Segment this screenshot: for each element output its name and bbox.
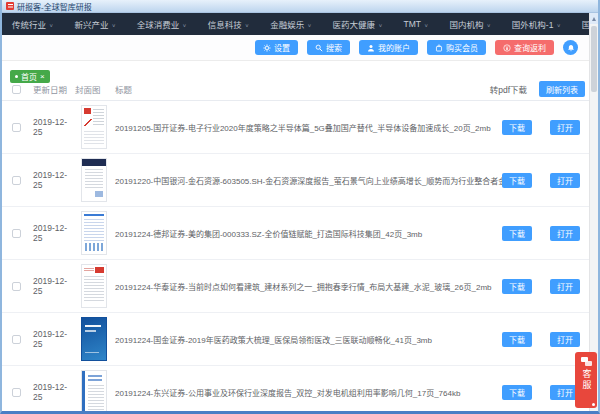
- download-button[interactable]: 下载: [502, 120, 532, 135]
- settings-label: 设置: [274, 42, 290, 53]
- row-checkbox[interactable]: [12, 388, 21, 397]
- tab-home-label: 首页: [21, 71, 37, 82]
- nav-item-label: TMT: [404, 19, 421, 29]
- nav-item-label: 新兴产业: [74, 18, 108, 30]
- nav-item-4[interactable]: 金融娱乐: [270, 18, 311, 30]
- row-checkbox[interactable]: [12, 335, 21, 344]
- row-actions: 下载 打开: [502, 279, 580, 294]
- row-actions: 下载 打开: [502, 385, 580, 400]
- header-title: 标题: [115, 83, 490, 95]
- select-all-checkbox[interactable]: [12, 85, 21, 94]
- chevron-down-icon: [486, 21, 490, 27]
- download-button[interactable]: 下载: [502, 385, 532, 400]
- nav-item-label: 信息科技: [208, 18, 242, 30]
- customer-service-button[interactable]: 客服: [575, 352, 597, 408]
- gear-icon: [263, 44, 271, 52]
- open-button[interactable]: 打开: [550, 279, 580, 294]
- refresh-list-button[interactable]: 刷新列表: [539, 81, 585, 97]
- nav-item-6[interactable]: TMT: [404, 19, 429, 29]
- settings-button[interactable]: 设置: [255, 40, 298, 55]
- chevron-down-icon: [49, 21, 53, 27]
- window-title: 研报客-全球智库研报: [17, 1, 92, 12]
- row-checkbox[interactable]: [12, 123, 21, 132]
- close-icon[interactable]: [40, 73, 45, 81]
- tab-active-dot-icon: [15, 75, 18, 78]
- cover-cell: [75, 158, 113, 202]
- nav-item-7[interactable]: 国内机构: [449, 18, 490, 30]
- nav-item-2[interactable]: 全球消费业: [137, 18, 187, 30]
- nav-item-3[interactable]: 信息科技: [208, 18, 249, 30]
- row-actions: 下载 打开: [502, 226, 580, 241]
- row-checkbox[interactable]: [12, 229, 21, 238]
- notification-button[interactable]: [563, 40, 578, 55]
- app-logo-icon: [6, 2, 14, 10]
- scroll-up-arrow-icon[interactable]: [590, 13, 598, 24]
- table-row: 2019-12-25 20191205-国开证券-电子行业2020年度策略之半导…: [2, 101, 598, 154]
- open-button[interactable]: 打开: [550, 226, 580, 241]
- status-dot-icon: [592, 403, 595, 406]
- row-date: 2019-12-25: [33, 117, 75, 137]
- nav-item-1[interactable]: 新兴产业: [74, 18, 115, 30]
- table-row: 2019-12-25 20191224-华泰证券-当前时点如何看建筑_建材系列之…: [2, 260, 598, 313]
- row-date: 2019-12-25: [33, 382, 75, 402]
- download-button[interactable]: 下载: [502, 332, 532, 347]
- nav-item-label: 医药大健康: [333, 18, 376, 30]
- cover-cell: [75, 105, 113, 149]
- tab-bar: 首页: [2, 61, 598, 78]
- rebate-query-button[interactable]: 查询返利: [495, 40, 554, 55]
- user-icon: [367, 44, 375, 52]
- download-button[interactable]: 下载: [502, 279, 532, 294]
- app-window: 研报客-全球智库研报 传统行业 新兴产业 全球消费业 信息科技 金融娱乐 医药大…: [0, 0, 600, 414]
- row-date: 2019-12-25: [33, 223, 75, 243]
- nav-item-8[interactable]: 国外机构-1: [512, 18, 561, 30]
- nav-item-label: 金融娱乐: [270, 18, 304, 30]
- report-title: 20191224-德邦证券-美的集团-000333.SZ-全价值链赋能_打造国际…: [115, 228, 502, 239]
- purchase-membership-button[interactable]: 购买会员: [427, 40, 486, 55]
- chevron-down-icon: [245, 21, 249, 27]
- toolbar: 设置 搜索 我的账户 购买会员 查询返利: [2, 35, 598, 61]
- row-date: 2019-12-25: [33, 170, 75, 190]
- table-row: 2019-12-25 20191224-德邦证券-美的集团-000333.SZ-…: [2, 207, 598, 260]
- row-date: 2019-12-25: [33, 276, 75, 296]
- row-checkbox[interactable]: [12, 282, 21, 291]
- open-button[interactable]: 打开: [550, 120, 580, 135]
- chat-bubbles-icon: [581, 357, 592, 366]
- report-thumbnail: [81, 370, 107, 414]
- search-icon: [315, 44, 323, 52]
- table-row: 2019-12-25 20191224-国金证券-2019年医药政策大梳理_医保…: [2, 313, 598, 366]
- bell-icon: [567, 44, 575, 52]
- pdf-convert-label: 转pdf下载: [490, 83, 527, 95]
- cover-cell: [75, 370, 113, 414]
- nav-item-label: 国内机构: [449, 18, 483, 30]
- report-thumbnail: [81, 105, 107, 149]
- download-button[interactable]: 下载: [502, 173, 532, 188]
- window-titlebar: 研报客-全球智库研报: [2, 0, 598, 13]
- open-button[interactable]: 打开: [550, 173, 580, 188]
- report-thumbnail: [81, 317, 107, 361]
- nav-item-5[interactable]: 医药大健康: [333, 18, 383, 30]
- nav-item-0[interactable]: 传统行业: [12, 18, 53, 30]
- report-table-body: 2019-12-25 20191205-国开证券-电子行业2020年度策略之半导…: [2, 101, 598, 414]
- table-header: 更新日期 封面图 标题 转pdf下载 刷新列表: [2, 78, 598, 101]
- cover-cell: [75, 317, 113, 361]
- my-account-label: 我的账户: [378, 42, 410, 53]
- row-checkbox[interactable]: [12, 176, 21, 185]
- yen-coin-icon: [503, 44, 511, 52]
- cover-cell: [75, 264, 113, 308]
- report-title: 20191220-中国银河-金石资源-603505.SH-金石资源深度报告_萤石…: [115, 175, 502, 186]
- nav-item-label: 国外机构-1: [512, 18, 554, 30]
- download-button[interactable]: 下载: [502, 226, 532, 241]
- customer-service-label: 客服: [582, 369, 591, 391]
- report-thumbnail: [81, 158, 107, 202]
- search-button[interactable]: 搜索: [307, 40, 350, 55]
- my-account-button[interactable]: 我的账户: [359, 40, 418, 55]
- scrollbar-thumb[interactable]: [591, 26, 597, 92]
- header-cover: 封面图: [75, 83, 113, 95]
- shopping-bag-icon: [435, 44, 443, 52]
- header-date: 更新日期: [33, 83, 75, 95]
- report-title: 20191224-东兴证券-公用事业及环保行业深度报告_双控_对发电机组利用率影…: [115, 387, 502, 398]
- tab-home[interactable]: 首页: [10, 70, 50, 83]
- open-button[interactable]: 打开: [550, 332, 580, 347]
- table-row: 2019-12-25 20191220-中国银河-金石资源-603505.SH-…: [2, 154, 598, 207]
- nav-item-label: 全球消费业: [137, 18, 180, 30]
